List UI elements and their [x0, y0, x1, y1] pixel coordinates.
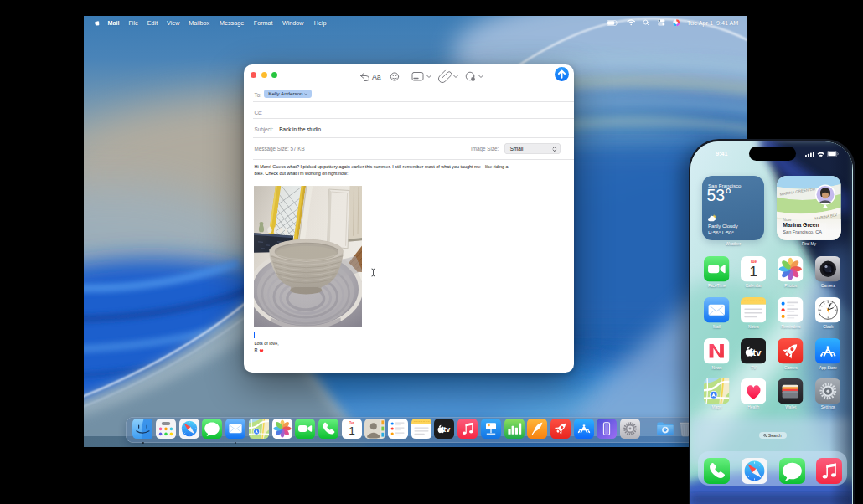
svg-text:Aa: Aa: [372, 73, 381, 81]
